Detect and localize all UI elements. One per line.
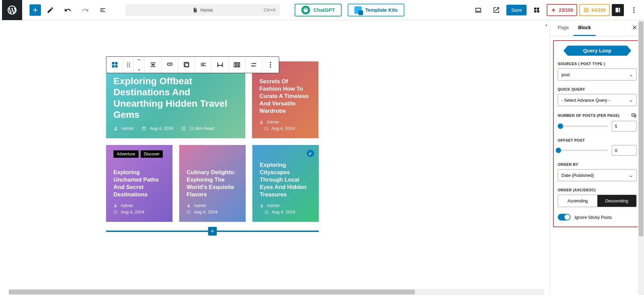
doc-title-text: Home: [200, 7, 213, 13]
move-up-button[interactable]: ⌃: [134, 57, 144, 65]
redo-button[interactable]: [77, 4, 93, 16]
svg-rect-35: [265, 211, 268, 213]
post-card[interactable]: AdventureDiscover Exploring Uncharted Pa…: [106, 145, 172, 222]
block-appender[interactable]: +: [106, 231, 319, 232]
svg-point-20: [254, 63, 255, 64]
svg-point-12: [129, 64, 130, 65]
svg-point-25: [115, 127, 117, 129]
width-icon[interactable]: [212, 57, 229, 73]
svg-point-10: [129, 62, 130, 63]
move-down-button[interactable]: ⌄: [134, 65, 144, 73]
settings-sliders-icon[interactable]: [245, 57, 262, 73]
svg-point-28: [261, 121, 262, 122]
tab-block[interactable]: Block: [574, 20, 596, 36]
chevron-down-icon: ⌄: [629, 173, 633, 178]
svg-point-21: [252, 65, 253, 67]
user-icon: [113, 126, 118, 131]
svg-point-9: [127, 62, 128, 63]
svg-point-22: [270, 62, 271, 63]
settings-panel-toggle[interactable]: [612, 4, 624, 16]
query-loop-panel: Query Loop SOURCES ( POST TYPE ) post⌄ Q…: [553, 40, 641, 227]
svg-rect-7: [112, 65, 114, 67]
edit-icon[interactable]: [42, 4, 58, 16]
clock-icon: [181, 126, 186, 131]
offset-slider[interactable]: [558, 150, 608, 151]
template-kits-button[interactable]: Template Kits: [348, 4, 404, 16]
svg-point-14: [129, 66, 130, 67]
ignore-sticky-toggle[interactable]: [558, 214, 571, 220]
options-menu-icon[interactable]: [626, 4, 642, 16]
post-title: Exploring Cityscapes Through Local Eyes …: [260, 161, 311, 198]
svg-rect-26: [143, 127, 146, 130]
num-posts-slider[interactable]: [558, 126, 608, 127]
post-title: Exploring Uncharted Paths And Secret Des…: [113, 169, 165, 198]
styles-icon[interactable]: [529, 4, 545, 16]
svg-rect-33: [187, 211, 190, 213]
horizontal-scrollbar[interactable]: [9, 289, 544, 295]
align-button[interactable]: [145, 57, 161, 73]
external-link-icon[interactable]: [488, 4, 504, 16]
post-card[interactable]: Culinary Delights: Exploring The World's…: [179, 145, 246, 222]
offset-input[interactable]: [612, 145, 637, 156]
template-kits-icon: [354, 6, 362, 14]
settings-sidebar: Page Block Query Loop SOURCES ( POST TYP…: [550, 20, 644, 295]
user-icon: [113, 204, 117, 208]
chevron-down-icon: ⌄: [629, 98, 633, 103]
more-options-icon[interactable]: [262, 57, 279, 73]
svg-point-32: [188, 204, 189, 206]
svg-point-24: [270, 66, 271, 68]
edit-post-icon[interactable]: [307, 150, 314, 157]
chatgpt-button[interactable]: ChatGPT: [295, 4, 342, 16]
list-view-button[interactable]: [95, 4, 111, 16]
save-button[interactable]: Save: [506, 5, 527, 15]
calendar-icon: [264, 210, 268, 214]
svg-point-2: [633, 7, 635, 8]
tab-page[interactable]: Page: [553, 20, 574, 36]
ascending-button[interactable]: Ascending: [558, 195, 597, 207]
svg-rect-29: [265, 127, 267, 130]
svg-point-13: [127, 66, 128, 67]
svg-point-23: [270, 64, 271, 65]
responsive-icon[interactable]: [631, 113, 637, 118]
loop-icon[interactable]: [161, 57, 178, 73]
svg-point-34: [261, 204, 262, 206]
user-icon: [187, 204, 191, 208]
top-toolbar: Home Ctrl+K ChatGPT Template Kits Save 2…: [0, 0, 644, 20]
sources-select[interactable]: post⌄: [558, 68, 637, 81]
user-icon: [260, 204, 264, 208]
device-preview-icon[interactable]: [470, 4, 486, 16]
chatgpt-icon: [301, 6, 310, 14]
sources-label: SOURCES ( POST TYPE ): [558, 62, 637, 66]
wordpress-logo[interactable]: [2, 0, 22, 20]
add-block-button[interactable]: [30, 4, 41, 16]
canvas-scrollbar[interactable]: ▲: [544, 23, 549, 288]
shortcut-hint: Ctrl+K: [264, 7, 276, 12]
chevron-down-icon: ⌄: [629, 72, 633, 77]
post-card[interactable]: Exploring Cityscapes Through Local Eyes …: [252, 145, 319, 222]
num-posts-label: NUMBER OF POSTS (PER PAGE): [558, 113, 620, 117]
svg-rect-18: [236, 63, 238, 67]
svg-point-30: [115, 204, 116, 206]
performance-badge[interactable]: 64/100: [579, 4, 610, 16]
quick-query-select[interactable]: - Select Advance Query -⌄: [558, 94, 637, 106]
descending-button[interactable]: Descending: [597, 195, 637, 207]
num-posts-input[interactable]: [612, 121, 637, 132]
calendar-icon: [264, 127, 268, 131]
svg-rect-8: [115, 65, 117, 67]
orderby-select[interactable]: Date (Published)⌄: [558, 169, 637, 181]
query-loop-banner: Query Loop: [568, 46, 627, 56]
editor-canvas[interactable]: ▲ ⌃ ⌄ Exploring Offbeat Destinations And…: [0, 20, 550, 295]
columns-icon[interactable]: [229, 57, 245, 73]
image-settings-icon[interactable]: [178, 57, 195, 73]
seo-score-badge[interactable]: 23/100: [547, 4, 577, 16]
svg-point-4: [633, 11, 635, 13]
calendar-icon: [187, 210, 191, 214]
document-title-bar[interactable]: Home Ctrl+K: [126, 4, 280, 16]
svg-rect-5: [112, 62, 114, 64]
text-align-icon[interactable]: [195, 57, 212, 73]
block-type-icon[interactable]: [106, 57, 123, 73]
undo-button[interactable]: [60, 4, 76, 16]
drag-handle-icon[interactable]: [123, 57, 134, 73]
svg-point-3: [633, 9, 635, 11]
window-vertical-scrollbar[interactable]: [638, 20, 644, 295]
